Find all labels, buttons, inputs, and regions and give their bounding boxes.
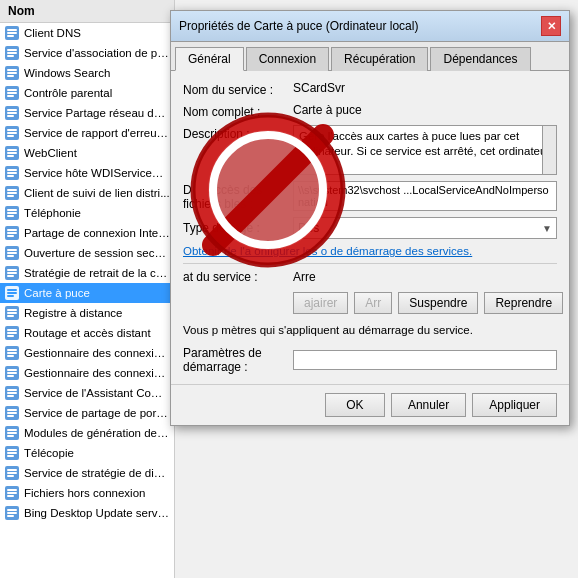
- cancel-button[interactable]: Annuler: [391, 393, 466, 417]
- service-item-label: Routage et accès distant: [24, 327, 151, 339]
- service-list-item[interactable]: Contrôle parental: [0, 83, 174, 103]
- status-label: at du service :: [183, 270, 293, 284]
- svg-rect-85: [7, 449, 17, 451]
- svg-rect-81: [7, 429, 17, 431]
- service-item-label: Service de stratégie de diag...: [24, 467, 170, 479]
- service-list-item[interactable]: Service Partage réseau du L...: [0, 103, 174, 123]
- service-item-label: Télécopie: [24, 447, 74, 459]
- params-label: Paramètres de démarrage :: [183, 346, 293, 374]
- resume-button[interactable]: Reprendre: [484, 292, 563, 314]
- svg-rect-42: [7, 232, 17, 234]
- service-item-icon: [4, 265, 20, 281]
- svg-rect-91: [7, 475, 14, 477]
- service-list-item[interactable]: Windows Search: [0, 63, 174, 83]
- svg-rect-46: [7, 252, 17, 254]
- service-list-item[interactable]: Service de stratégie de diag...: [0, 463, 174, 483]
- service-item-icon: [4, 325, 20, 341]
- svg-rect-97: [7, 509, 17, 511]
- service-list-item[interactable]: Stratégie de retrait de la cart...: [0, 263, 174, 283]
- svg-rect-1: [7, 29, 17, 31]
- service-list-item[interactable]: Ouverture de session secon...: [0, 243, 174, 263]
- service-item-icon: [4, 85, 20, 101]
- tab-rcupration[interactable]: Récupération: [331, 47, 428, 71]
- service-list-item[interactable]: Fichiers hors connexion: [0, 483, 174, 503]
- service-list-item[interactable]: Bing Desktop Update service: [0, 503, 174, 523]
- svg-rect-10: [7, 72, 17, 74]
- service-item-icon: [4, 225, 20, 241]
- service-item-icon: [4, 105, 20, 121]
- startup-help-link[interactable]: Obtenir de l'a onfigurer les o de démarr…: [183, 245, 557, 257]
- service-list-item[interactable]: Modules de génération de c...: [0, 423, 174, 443]
- svg-rect-45: [7, 249, 17, 251]
- service-list-item[interactable]: Partage de connexion Inter...: [0, 223, 174, 243]
- svg-rect-31: [7, 175, 14, 177]
- svg-rect-37: [7, 209, 17, 211]
- service-list-item[interactable]: Téléphonie: [0, 203, 174, 223]
- params-row: Paramètres de démarrage :: [183, 346, 557, 374]
- svg-rect-59: [7, 315, 14, 317]
- tabs-bar: GénéralConnexionRécupérationDépendances: [171, 42, 569, 71]
- params-input[interactable]: [293, 350, 557, 370]
- tab-connexion[interactable]: Connexion: [246, 47, 329, 71]
- startup-type-select[interactable]: Dés ▼: [293, 217, 557, 239]
- service-item-label: Service de partage de ports ...: [24, 407, 170, 419]
- svg-rect-19: [7, 115, 14, 117]
- svg-rect-49: [7, 269, 17, 271]
- svg-rect-89: [7, 469, 17, 471]
- service-item-label: Ouverture de session secon...: [24, 247, 170, 259]
- service-list-item[interactable]: Registre à distance: [0, 303, 174, 323]
- stop-button[interactable]: Arr: [354, 292, 392, 314]
- service-item-icon: [4, 45, 20, 61]
- services-panel: Nom Client DNSService d'association de p…: [0, 0, 175, 578]
- service-item-icon: [4, 145, 20, 161]
- svg-rect-9: [7, 69, 17, 71]
- service-list-item[interactable]: Gestionnaire des connexion...: [0, 363, 174, 383]
- svg-rect-3: [7, 35, 14, 37]
- service-list-item[interactable]: Client DNS: [0, 23, 174, 43]
- svg-rect-86: [7, 452, 17, 454]
- svg-rect-99: [7, 515, 14, 517]
- service-list-item[interactable]: Télécopie: [0, 443, 174, 463]
- svg-rect-35: [7, 195, 14, 197]
- service-list-item[interactable]: Service hôte WDIServiceHost: [0, 163, 174, 183]
- service-list-item[interactable]: Routage et accès distant: [0, 323, 174, 343]
- service-item-icon: [4, 125, 20, 141]
- service-item-icon: [4, 385, 20, 401]
- svg-rect-74: [7, 392, 17, 394]
- dialog-footer: OK Annuler Appliquer: [171, 384, 569, 425]
- service-item-icon: [4, 65, 20, 81]
- service-list-item[interactable]: Carte à puce: [0, 283, 174, 303]
- service-item-icon: [4, 345, 20, 361]
- service-list-item[interactable]: Gestionnaire des connexion...: [0, 343, 174, 363]
- service-list-item[interactable]: Client de suivi de lien distri...: [0, 183, 174, 203]
- svg-rect-66: [7, 352, 17, 354]
- service-item-label: WebClient: [24, 147, 77, 159]
- close-button[interactable]: ✕: [541, 16, 561, 36]
- svg-rect-27: [7, 155, 14, 157]
- svg-rect-77: [7, 409, 17, 411]
- tab-gnral[interactable]: Général: [175, 47, 244, 71]
- start-button[interactable]: ajairer: [293, 292, 348, 314]
- service-item-icon: [4, 485, 20, 501]
- svg-rect-69: [7, 369, 17, 371]
- service-item-label: Service de l'Assistant Comp...: [24, 387, 170, 399]
- suspend-button[interactable]: Suspendre: [398, 292, 478, 314]
- service-list-item[interactable]: WebClient: [0, 143, 174, 163]
- svg-rect-70: [7, 372, 17, 374]
- svg-rect-54: [7, 292, 17, 294]
- action-buttons: ajairer Arr Suspendre Reprendre: [183, 292, 557, 314]
- svg-rect-75: [7, 395, 14, 397]
- svg-rect-78: [7, 412, 17, 414]
- svg-rect-98: [7, 512, 17, 514]
- svg-rect-2: [7, 32, 17, 34]
- service-list-item[interactable]: Service de partage de ports ...: [0, 403, 174, 423]
- description-scrollbar[interactable]: [542, 126, 556, 174]
- service-list-item[interactable]: Service de rapport d'erreurs ...: [0, 123, 174, 143]
- path-label: D accès des fichiers bles :: [183, 181, 293, 211]
- service-list-item[interactable]: Service de l'Assistant Comp...: [0, 383, 174, 403]
- service-item-label: Téléphonie: [24, 207, 81, 219]
- ok-button[interactable]: OK: [325, 393, 385, 417]
- apply-button[interactable]: Appliquer: [472, 393, 557, 417]
- service-list-item[interactable]: Service d'association de pér...: [0, 43, 174, 63]
- tab-dpendances[interactable]: Dépendances: [430, 47, 530, 71]
